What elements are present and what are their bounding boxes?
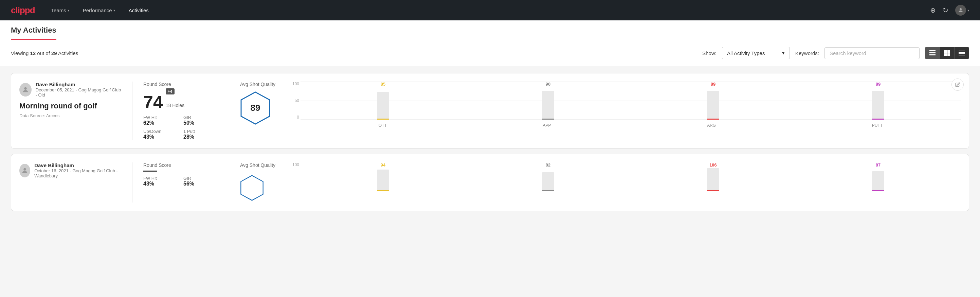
card-quality-2: Avg Shot Quality [240,163,281,203]
svg-rect-5 [947,50,950,53]
svg-point-0 [959,8,962,10]
card-quality-1: Avg Shot Quality 89 [240,81,281,125]
bar-arg: 89 [707,81,719,120]
svg-marker-15 [241,176,263,200]
user-info-2: Dave Billingham October 16, 2021 - Gog M… [34,163,121,179]
fw-hit-group: FW Hit 62% [143,115,178,126]
activity-title: Morning round of golf [19,102,121,110]
user-name-2: Dave Billingham [34,163,121,168]
arg-value: 89 [711,81,716,87]
card-stats-1: Round Score 74 +4 18 Holes FW Hit 62% GI… [143,81,218,140]
list-view-button[interactable] [925,47,940,59]
one-putt-value: 28% [183,134,218,140]
svg-point-12 [24,87,27,89]
updown-value: 43% [143,134,178,140]
activity-card-2: Dave Billingham October 16, 2021 - Gog M… [11,154,969,211]
nav-performance[interactable]: Performance ▾ [78,5,121,16]
y-label-0: 0 [289,115,299,120]
bar-putt: 89 [872,81,884,120]
search-input[interactable] [824,47,920,59]
quality-label-2: Avg Shot Quality [240,163,275,168]
page-header: My Activities [0,21,980,40]
user-menu[interactable]: ▾ [955,5,969,16]
y-label-50: 50 [289,98,299,103]
edit-button[interactable] [951,78,964,91]
navbar-right: ⊕ ↻ ▾ [930,5,969,16]
svg-point-14 [24,168,26,170]
data-source: Data Source: Arccos [19,113,121,118]
x-label-ott: OTT [379,123,387,128]
logo[interactable]: clippd [11,5,35,16]
svg-rect-11 [959,55,965,55]
holes-text: 18 Holes [166,103,185,108]
quality-label: Avg Shot Quality [240,81,275,87]
gir-label: GIR [183,115,218,120]
refresh-icon[interactable]: ↻ [943,6,948,14]
app-value: 90 [546,81,550,87]
activity-type-dropdown[interactable]: All Activity Types ▾ [722,47,790,59]
add-icon[interactable]: ⊕ [930,6,936,14]
mini-stats: FW Hit 62% GIR 50% Up/Down 43% 1 Putt 28… [143,115,218,140]
card-chart-2: 100 94 82 [289,163,961,196]
navbar: clippd Teams ▾ Performance ▾ Activities … [0,0,980,21]
score-big: 74 [143,93,163,111]
user-row: Dave Billingham December 05, 2021 - Gog … [19,81,121,97]
user-row-2: Dave Billingham October 16, 2021 - Gog M… [19,163,121,179]
fw-hit-group-2: FW Hit 43% [143,176,178,187]
activity-card-body-2: Dave Billingham October 16, 2021 - Gog M… [11,154,969,211]
bar2-putt: 87 [872,163,884,191]
user-date: December 05, 2021 - Gog Magog Golf Club … [36,87,121,97]
svg-rect-6 [944,53,947,56]
gir-value-2: 56% [183,181,218,187]
round-score-label: Round Score [143,81,218,87]
compact-view-button[interactable] [955,47,969,59]
x-label-putt: PUTT [872,123,883,128]
user-date-2: October 16, 2021 - Gog Magog Golf Club -… [34,168,121,179]
show-label: Show: [702,50,716,56]
gir-group-2: GIR 56% [183,176,218,187]
svg-rect-3 [929,54,935,55]
bar-app: 90 [542,81,554,120]
divider [132,81,132,140]
round-score-label-2: Round Score [143,163,218,168]
ott-value: 85 [381,81,385,87]
bar2-app: 82 [542,163,554,191]
x-label-app: APP [542,123,551,128]
user-info: Dave Billingham December 05, 2021 - Gog … [36,81,121,97]
gir-group: GIR 50% [183,115,218,126]
nav-activities[interactable]: Activities [123,5,154,16]
keywords-label: Keywords: [795,50,819,56]
activities-list: Dave Billingham December 05, 2021 - Gog … [0,66,980,223]
x-label-arg: ARG [707,123,716,128]
svg-rect-10 [959,53,965,54]
activity-card-1: Dave Billingham December 05, 2021 - Gog … [11,73,969,148]
oneputt-group: 1 Putt 28% [183,129,218,140]
page-title: My Activities [11,26,56,40]
grid-view-button[interactable] [940,47,955,59]
fw-hit-label-2: FW Hit [143,176,178,181]
bar2-arg: 106 [707,163,719,191]
avatar-2 [19,164,30,177]
bar2-ott: 94 [377,163,389,191]
quality-hexagon: 89 [240,91,270,125]
user-chevron-icon: ▾ [967,8,969,12]
avatar [19,83,32,96]
dropdown-chevron-icon: ▾ [782,50,785,56]
viewing-text: Viewing 12 out of 29 Activities [11,50,697,56]
score-badge: +4 [166,88,175,94]
gir-label-2: GIR [183,176,218,181]
performance-chevron-icon: ▾ [113,8,115,12]
svg-rect-8 [959,51,965,51]
divider-3 [132,163,132,203]
score-row: 74 +4 18 Holes [143,88,218,111]
card-left-2: Dave Billingham October 16, 2021 - Gog M… [19,163,121,181]
svg-rect-2 [929,52,935,53]
nav-teams[interactable]: Teams ▾ [46,5,75,16]
y-label-100: 100 [289,81,299,86]
activity-card: Dave Billingham December 05, 2021 - Gog … [11,73,969,148]
bar-ott: 85 [377,81,389,120]
y2-100: 100 [289,163,299,167]
user-name: Dave Billingham [36,81,121,87]
teams-chevron-icon: ▾ [68,8,69,12]
quality-score: 89 [251,103,261,113]
